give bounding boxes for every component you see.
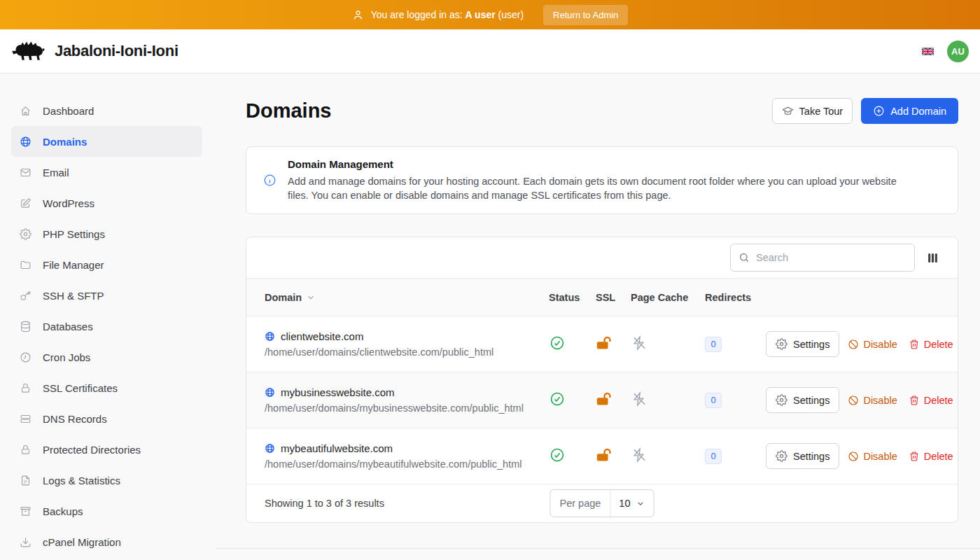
slash-circle-icon	[848, 451, 859, 462]
column-header-status: Status	[549, 292, 596, 303]
folder-icon	[20, 259, 31, 271]
page-cache-off-icon[interactable]	[631, 447, 647, 463]
delete-button[interactable]: Delete	[909, 451, 953, 462]
sidebar-item-label: Cron Jobs	[43, 351, 90, 363]
search-input[interactable]	[730, 244, 915, 272]
per-page-label: Per page	[551, 490, 611, 517]
banner-user-name: A user	[465, 9, 496, 20]
sidebar-item-label: Dashboard	[43, 105, 94, 117]
domain-name[interactable]: clientwebsite.com	[281, 330, 363, 342]
page-title: Domains	[246, 99, 331, 122]
user-icon	[352, 9, 364, 21]
download-icon	[20, 536, 31, 548]
disable-button[interactable]: Disable	[848, 395, 897, 406]
graduation-cap-icon	[782, 105, 794, 117]
gear-icon	[20, 228, 31, 240]
sidebar-item-logs-statistics[interactable]: Logs & Statistics	[11, 465, 202, 496]
sidebar-item-ssh-sftp[interactable]: SSH & SFTP	[11, 280, 202, 311]
trash-icon	[909, 395, 920, 406]
slash-circle-icon	[848, 339, 859, 350]
domain-path: /home/user/domains/clientwebsite.com/pub…	[265, 346, 549, 358]
trash-icon	[909, 339, 920, 350]
page-cache-off-icon[interactable]	[631, 335, 647, 351]
avatar[interactable]: AU	[947, 41, 969, 62]
sidebar-item-cron-jobs[interactable]: Cron Jobs	[11, 342, 202, 372]
home-icon	[20, 105, 31, 117]
info-title: Domain Management	[288, 158, 904, 170]
sidebar-item-php-settings[interactable]: PHP Settings	[11, 218, 202, 249]
table-header: DomainStatusSSLPage CacheRedirects	[246, 278, 958, 316]
ssl-unlocked-icon[interactable]	[596, 391, 613, 407]
clock-icon	[20, 351, 31, 363]
search-box	[730, 244, 915, 272]
search-icon	[738, 252, 750, 263]
delete-button[interactable]: Delete	[909, 395, 953, 406]
ssl-unlocked-icon[interactable]	[596, 447, 613, 463]
content-divider	[216, 548, 980, 549]
sidebar-item-cpanel-migration[interactable]: cPanel Migration	[11, 526, 202, 557]
impersonation-banner: You are logged in as: A user (user) Retu…	[0, 0, 980, 29]
plus-circle-icon	[873, 105, 885, 117]
table-footer: Showing 1 to 3 of 3 results Per page 10	[246, 484, 958, 522]
ssl-unlocked-icon[interactable]	[596, 335, 613, 351]
globe-icon	[265, 387, 275, 398]
sort-chevron-icon	[306, 293, 316, 302]
page-cache-off-icon[interactable]	[631, 391, 647, 407]
banner-user-role: (user)	[498, 9, 524, 20]
sidebar-item-label: SSL Certificates	[43, 382, 118, 394]
sidebar-item-label: Protected Directories	[43, 444, 141, 456]
column-header-domain[interactable]: Domain	[246, 292, 549, 303]
sidebar-item-label: Backups	[43, 505, 83, 517]
sidebar-item-databases[interactable]: Databases	[11, 311, 202, 342]
domain-name[interactable]: mybusinesswebsite.com	[281, 386, 395, 398]
database-icon	[20, 321, 31, 332]
sidebar-item-label: Logs & Statistics	[43, 475, 120, 486]
brand[interactable]: Jabaloni-Ioni-Ioni	[11, 38, 178, 64]
disable-button[interactable]: Disable	[848, 339, 897, 350]
sidebar-item-ssl-certificates[interactable]: SSL Certificates	[11, 372, 202, 403]
status-enabled-icon	[550, 335, 565, 351]
column-header-redirects: Redirects	[705, 292, 766, 303]
sidebar-item-label: PHP Settings	[43, 228, 105, 240]
globe-icon	[20, 136, 31, 148]
disable-button[interactable]: Disable	[848, 451, 897, 462]
sidebar-item-backups[interactable]: Backups	[11, 496, 202, 526]
sidebar-item-domains[interactable]: Domains	[11, 126, 202, 157]
settings-button[interactable]: Settings	[766, 331, 839, 357]
settings-button[interactable]: Settings	[766, 443, 839, 469]
redirects-badge[interactable]: 0	[705, 449, 722, 464]
sidebar-item-dashboard[interactable]: Dashboard	[11, 95, 202, 126]
redirects-badge[interactable]: 0	[705, 393, 722, 408]
gear-icon	[776, 338, 788, 350]
return-to-admin-button[interactable]: Return to Admin	[543, 5, 628, 25]
main-content: Domains Take Tour Add Domain Domain Mana…	[214, 74, 980, 560]
delete-button[interactable]: Delete	[909, 339, 953, 350]
lock-icon	[20, 444, 31, 456]
sidebar-item-email[interactable]: Email	[11, 157, 202, 188]
redirects-badge[interactable]: 0	[705, 337, 722, 352]
key-icon	[20, 290, 31, 302]
domains-table-card: DomainStatusSSLPage CacheRedirects clien…	[246, 237, 958, 523]
take-tour-button[interactable]: Take Tour	[772, 98, 853, 124]
add-domain-button[interactable]: Add Domain	[861, 98, 958, 124]
info-description: Add and manage domains for your hosting …	[288, 174, 904, 202]
sidebar-item-label: cPanel Migration	[43, 536, 121, 548]
globe-icon	[265, 443, 275, 454]
language-flag-icon[interactable]	[922, 47, 934, 56]
columns-icon[interactable]	[927, 252, 939, 264]
sidebar-item-file-manager[interactable]: File Manager	[11, 249, 202, 280]
sidebar-item-label: DNS Records	[43, 413, 107, 425]
column-header-ssl: SSL	[596, 292, 631, 303]
chevron-down-icon	[636, 499, 645, 508]
domain-name[interactable]: mybeautifulwebsite.com	[281, 442, 393, 454]
per-page-select[interactable]: 10	[610, 498, 653, 509]
sidebar-item-dns-records[interactable]: DNS Records	[11, 403, 202, 434]
gear-icon	[776, 450, 788, 462]
domain-path: /home/user/domains/mybeautifulwebsite.co…	[265, 458, 549, 470]
settings-button[interactable]: Settings	[766, 387, 839, 413]
sidebar-item-wordpress[interactable]: WordPress	[11, 188, 202, 218]
edit-icon	[20, 197, 31, 209]
sidebar-item-label: Databases	[43, 321, 93, 332]
sidebar-item-protected-directories[interactable]: Protected Directories	[11, 434, 202, 465]
boar-logo-icon	[11, 38, 46, 64]
